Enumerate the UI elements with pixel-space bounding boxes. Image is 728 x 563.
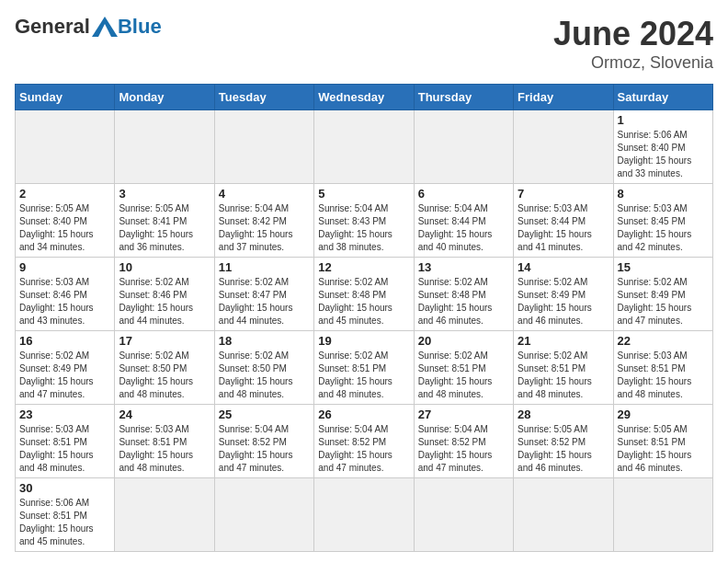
day-info: Sunrise: 5:05 AM Sunset: 8:52 PM Dayligh… <box>518 423 609 475</box>
calendar-cell: 3Sunrise: 5:05 AM Sunset: 8:41 PM Daylig… <box>115 184 214 258</box>
day-number: 3 <box>119 187 210 201</box>
day-number: 24 <box>119 408 210 421</box>
day-info: Sunrise: 5:05 AM Sunset: 8:41 PM Dayligh… <box>119 202 210 254</box>
day-info: Sunrise: 5:02 AM Sunset: 8:47 PM Dayligh… <box>219 276 310 327</box>
week-row-2: 2Sunrise: 5:05 AM Sunset: 8:40 PM Daylig… <box>16 184 713 258</box>
calendar-cell: 20Sunrise: 5:02 AM Sunset: 8:51 PM Dayli… <box>414 331 513 405</box>
calendar-cell: 16Sunrise: 5:02 AM Sunset: 8:49 PM Dayli… <box>16 331 115 405</box>
weekday-header-saturday: Saturday <box>613 85 712 110</box>
day-number: 15 <box>618 260 709 274</box>
day-info: Sunrise: 5:02 AM Sunset: 8:51 PM Dayligh… <box>418 350 509 401</box>
day-number: 14 <box>518 260 609 274</box>
day-info: Sunrise: 5:03 AM Sunset: 8:45 PM Dayligh… <box>618 202 709 254</box>
week-row-3: 9Sunrise: 5:03 AM Sunset: 8:46 PM Daylig… <box>16 258 713 331</box>
calendar-cell <box>613 478 712 552</box>
day-info: Sunrise: 5:05 AM Sunset: 8:40 PM Dayligh… <box>19 202 110 254</box>
calendar-cell: 10Sunrise: 5:02 AM Sunset: 8:46 PM Dayli… <box>115 258 214 331</box>
day-info: Sunrise: 5:06 AM Sunset: 8:40 PM Dayligh… <box>618 129 709 180</box>
calendar-cell: 25Sunrise: 5:04 AM Sunset: 8:52 PM Dayli… <box>214 405 313 478</box>
day-info: Sunrise: 5:04 AM Sunset: 8:42 PM Dayligh… <box>219 202 310 254</box>
calendar-cell: 8Sunrise: 5:03 AM Sunset: 8:45 PM Daylig… <box>613 184 712 258</box>
calendar-cell: 21Sunrise: 5:02 AM Sunset: 8:51 PM Dayli… <box>514 331 613 405</box>
calendar-cell: 27Sunrise: 5:04 AM Sunset: 8:52 PM Dayli… <box>414 405 513 478</box>
calendar-cell <box>514 478 613 552</box>
day-number: 27 <box>418 408 509 421</box>
day-number: 18 <box>219 334 310 348</box>
day-info: Sunrise: 5:02 AM Sunset: 8:49 PM Dayligh… <box>19 350 110 401</box>
logo-icon <box>92 17 118 37</box>
calendar-cell: 5Sunrise: 5:04 AM Sunset: 8:43 PM Daylig… <box>314 184 414 258</box>
calendar-cell: 9Sunrise: 5:03 AM Sunset: 8:46 PM Daylig… <box>16 258 115 331</box>
logo: General Blue <box>15 15 162 39</box>
day-number: 22 <box>618 334 709 348</box>
day-number: 6 <box>418 187 509 201</box>
calendar-cell <box>314 478 414 552</box>
calendar-location: Ormoz, Slovenia <box>553 53 713 73</box>
page-header: General Blue June 2024 Ormoz, Slovenia <box>15 15 713 73</box>
calendar-cell <box>115 478 214 552</box>
weekday-header-wednesday: Wednesday <box>314 85 414 110</box>
calendar-cell <box>414 110 513 184</box>
calendar-cell <box>214 478 313 552</box>
day-info: Sunrise: 5:03 AM Sunset: 8:51 PM Dayligh… <box>618 350 709 401</box>
calendar-cell: 17Sunrise: 5:02 AM Sunset: 8:50 PM Dayli… <box>115 331 214 405</box>
day-number: 30 <box>19 481 110 495</box>
calendar-cell: 14Sunrise: 5:02 AM Sunset: 8:49 PM Dayli… <box>514 258 613 331</box>
calendar-cell: 19Sunrise: 5:02 AM Sunset: 8:51 PM Dayli… <box>314 331 414 405</box>
day-number: 28 <box>518 408 609 421</box>
day-info: Sunrise: 5:02 AM Sunset: 8:46 PM Dayligh… <box>119 276 210 327</box>
calendar-cell <box>514 110 613 184</box>
day-number: 7 <box>518 187 609 201</box>
day-info: Sunrise: 5:02 AM Sunset: 8:48 PM Dayligh… <box>318 276 409 327</box>
calendar-cell: 18Sunrise: 5:02 AM Sunset: 8:50 PM Dayli… <box>214 331 313 405</box>
day-number: 19 <box>318 334 409 348</box>
day-info: Sunrise: 5:04 AM Sunset: 8:52 PM Dayligh… <box>318 423 409 475</box>
weekday-header-sunday: Sunday <box>16 85 115 110</box>
calendar-cell: 30Sunrise: 5:06 AM Sunset: 8:51 PM Dayli… <box>16 478 115 552</box>
day-info: Sunrise: 5:03 AM Sunset: 8:51 PM Dayligh… <box>119 423 210 475</box>
week-row-1: 1Sunrise: 5:06 AM Sunset: 8:40 PM Daylig… <box>16 110 713 184</box>
day-number: 12 <box>318 260 409 274</box>
day-info: Sunrise: 5:02 AM Sunset: 8:50 PM Dayligh… <box>219 350 310 401</box>
day-number: 13 <box>418 260 509 274</box>
day-info: Sunrise: 5:02 AM Sunset: 8:51 PM Dayligh… <box>318 350 409 401</box>
calendar-cell: 7Sunrise: 5:03 AM Sunset: 8:44 PM Daylig… <box>514 184 613 258</box>
calendar-cell <box>115 110 214 184</box>
day-number: 5 <box>318 187 409 201</box>
calendar-cell: 22Sunrise: 5:03 AM Sunset: 8:51 PM Dayli… <box>613 331 712 405</box>
weekday-header-friday: Friday <box>514 85 613 110</box>
calendar-cell: 23Sunrise: 5:03 AM Sunset: 8:51 PM Dayli… <box>16 405 115 478</box>
calendar-cell <box>214 110 313 184</box>
week-row-6: 30Sunrise: 5:06 AM Sunset: 8:51 PM Dayli… <box>16 478 713 552</box>
day-info: Sunrise: 5:02 AM Sunset: 8:51 PM Dayligh… <box>518 350 609 401</box>
week-row-5: 23Sunrise: 5:03 AM Sunset: 8:51 PM Dayli… <box>16 405 713 478</box>
day-info: Sunrise: 5:05 AM Sunset: 8:51 PM Dayligh… <box>618 423 709 475</box>
calendar-cell: 13Sunrise: 5:02 AM Sunset: 8:48 PM Dayli… <box>414 258 513 331</box>
day-info: Sunrise: 5:03 AM Sunset: 8:44 PM Dayligh… <box>518 202 609 254</box>
day-info: Sunrise: 5:02 AM Sunset: 8:49 PM Dayligh… <box>518 276 609 327</box>
calendar-cell: 4Sunrise: 5:04 AM Sunset: 8:42 PM Daylig… <box>214 184 313 258</box>
calendar-cell: 15Sunrise: 5:02 AM Sunset: 8:49 PM Dayli… <box>613 258 712 331</box>
calendar-table: SundayMondayTuesdayWednesdayThursdayFrid… <box>15 84 713 552</box>
day-number: 16 <box>19 334 110 348</box>
weekday-header-row: SundayMondayTuesdayWednesdayThursdayFrid… <box>16 85 713 110</box>
calendar-cell <box>414 478 513 552</box>
day-number: 26 <box>318 408 409 421</box>
calendar-cell: 2Sunrise: 5:05 AM Sunset: 8:40 PM Daylig… <box>16 184 115 258</box>
day-number: 20 <box>418 334 509 348</box>
day-number: 17 <box>119 334 210 348</box>
day-info: Sunrise: 5:02 AM Sunset: 8:48 PM Dayligh… <box>418 276 509 327</box>
day-info: Sunrise: 5:04 AM Sunset: 8:44 PM Dayligh… <box>418 202 509 254</box>
calendar-cell <box>314 110 414 184</box>
day-info: Sunrise: 5:04 AM Sunset: 8:43 PM Dayligh… <box>318 202 409 254</box>
calendar-cell: 26Sunrise: 5:04 AM Sunset: 8:52 PM Dayli… <box>314 405 414 478</box>
day-number: 10 <box>119 260 210 274</box>
calendar-cell: 6Sunrise: 5:04 AM Sunset: 8:44 PM Daylig… <box>414 184 513 258</box>
weekday-header-tuesday: Tuesday <box>214 85 313 110</box>
day-number: 1 <box>618 113 709 127</box>
day-info: Sunrise: 5:03 AM Sunset: 8:51 PM Dayligh… <box>19 423 110 475</box>
calendar-cell <box>16 110 115 184</box>
logo-blue-text: Blue <box>118 15 162 39</box>
calendar-cell: 24Sunrise: 5:03 AM Sunset: 8:51 PM Dayli… <box>115 405 214 478</box>
calendar-cell: 12Sunrise: 5:02 AM Sunset: 8:48 PM Dayli… <box>314 258 414 331</box>
